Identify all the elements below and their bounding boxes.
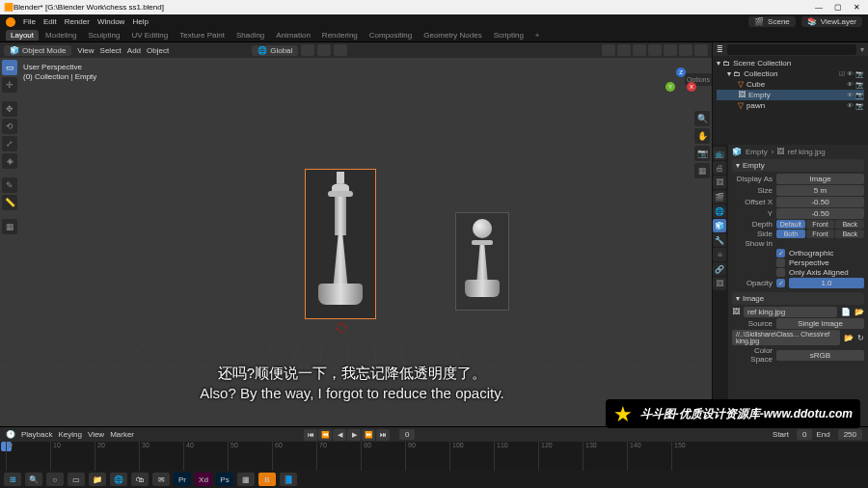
tool-measure[interactable]: 📏 <box>2 195 17 210</box>
menu-edit[interactable]: Edit <box>43 17 57 26</box>
current-frame[interactable]: 0 <box>399 429 415 440</box>
outliner-item-pawn[interactable]: ▽ pawn👁📷 <box>717 100 864 111</box>
vmenu-select[interactable]: Select <box>100 46 122 55</box>
offset-x-field[interactable]: -0.50 <box>776 197 864 207</box>
proportional-button[interactable] <box>334 44 347 56</box>
orientation-selector[interactable]: 🌐 Global <box>252 45 298 56</box>
panel-empty-header[interactable]: ▾ Empty <box>732 159 864 172</box>
timeline-track[interactable]: 0102030405060708090100110120130140150 <box>0 442 868 473</box>
keyframe-prev[interactable]: ⏪ <box>318 429 332 441</box>
maximize-button[interactable]: ▢ <box>834 3 842 12</box>
tmenu-marker[interactable]: Marker <box>110 430 134 439</box>
outliner-collection[interactable]: ▾ 🗀 Collection☑👁📷 <box>717 68 864 79</box>
tab-add[interactable]: + <box>530 30 545 41</box>
tool-rotate[interactable]: ⟲ <box>2 119 17 134</box>
depth-buttons[interactable]: DefaultFrontBack <box>776 220 864 229</box>
image-path-field[interactable]: //..\Skillshare\Class... Chess\ref king.… <box>732 330 840 345</box>
task-app4[interactable]: ▦ <box>237 473 255 486</box>
jump-start[interactable]: ⏮ <box>304 429 317 441</box>
tab-modeling[interactable]: Modeling <box>41 30 81 41</box>
mode-selector[interactable]: 🧊 Object Mode <box>4 45 71 56</box>
task-app2[interactable]: Xd <box>195 473 212 486</box>
tool-transform[interactable]: ◈ <box>2 153 17 169</box>
task-taskview[interactable]: ▭ <box>68 473 85 486</box>
jump-end[interactable]: ⏭ <box>376 429 390 441</box>
play-reverse[interactable]: ◀ <box>333 429 346 441</box>
task-app5[interactable]: 📘 <box>280 473 297 486</box>
xray-toggle[interactable] <box>633 44 646 56</box>
tab-layout[interactable]: Layout <box>6 30 39 41</box>
menu-help[interactable]: Help <box>132 17 148 26</box>
proptab-render[interactable]: 📺 <box>713 147 726 160</box>
proptab-modifier[interactable]: 🔧 <box>713 233 726 247</box>
axis-y-icon[interactable]: Y <box>665 82 675 92</box>
task-edge[interactable]: 🌐 <box>110 473 127 486</box>
proptab-data[interactable]: 🖼 <box>713 277 726 290</box>
side-buttons[interactable]: BothFrontBack <box>776 230 864 238</box>
proptab-object[interactable]: 🧊 <box>713 219 726 232</box>
proptab-output[interactable]: 🖨 <box>713 161 726 175</box>
showin-persp[interactable]: Perspective <box>776 258 864 267</box>
shading-matprev[interactable] <box>679 44 692 56</box>
filter-icon[interactable]: ▾ <box>860 45 864 54</box>
task-app3[interactable]: Ps <box>216 473 233 486</box>
vmenu-view[interactable]: View <box>77 46 94 55</box>
tab-geonodes[interactable]: Geometry Nodes <box>419 30 486 41</box>
pawn-object[interactable] <box>455 212 509 311</box>
vmenu-object[interactable]: Object <box>147 46 169 55</box>
timeline-icon[interactable]: 🕐 <box>6 430 15 439</box>
proptab-viewlayer[interactable]: 🖼 <box>713 176 726 189</box>
image-source-field[interactable]: Single Image <box>776 318 864 329</box>
opacity-field[interactable]: 1.0 <box>789 278 864 288</box>
outliner-item-cube[interactable]: ▽ Cube👁📷 <box>717 79 864 90</box>
task-mail[interactable]: ✉ <box>152 473 170 486</box>
opacity-checkbox[interactable]: ✓ <box>776 279 785 287</box>
viewlayer-selector[interactable]: 📚 ViewLayer <box>801 16 862 27</box>
nav-persp[interactable]: ▦ <box>694 163 710 178</box>
keyframe-next[interactable]: ⏩ <box>362 429 375 441</box>
tab-animation[interactable]: Animation <box>271 30 315 41</box>
scene-selector[interactable]: 🎬 Scene <box>748 16 796 27</box>
new-image-icon[interactable]: 📄 <box>841 308 851 316</box>
axis-z-icon[interactable]: Z <box>676 68 686 77</box>
tool-cursor[interactable]: ✛ <box>2 77 17 93</box>
tool-scale[interactable]: ⤢ <box>2 136 17 151</box>
task-explorer[interactable]: 📁 <box>89 473 106 486</box>
empty-image-king[interactable] <box>305 169 376 319</box>
axis-x-icon[interactable]: X <box>687 82 696 92</box>
menu-window[interactable]: Window <box>97 17 124 26</box>
menu-file[interactable]: File <box>23 17 36 26</box>
reload-icon[interactable]: ↻ <box>857 334 864 342</box>
snap-button[interactable] <box>317 44 331 56</box>
proptab-scene[interactable]: 🎬 <box>713 190 726 203</box>
overlay-toggle[interactable] <box>617 44 631 56</box>
size-field[interactable]: 5 m <box>776 185 864 196</box>
tab-shading[interactable]: Shading <box>231 30 269 41</box>
frame-start[interactable]: 0 <box>797 429 812 440</box>
tmenu-playback[interactable]: Playback <box>21 430 52 439</box>
open-image-icon[interactable]: 📂 <box>854 308 864 316</box>
start-button[interactable]: ⊞ <box>4 473 21 486</box>
3d-viewport[interactable]: User Perspective (0) Collection | Empty … <box>0 58 712 426</box>
pivot-button[interactable] <box>301 44 314 56</box>
folder-icon[interactable]: 📂 <box>844 334 854 342</box>
colorspace-field[interactable]: sRGB <box>776 350 864 361</box>
tab-scripting[interactable]: Scripting <box>489 30 529 41</box>
tool-move[interactable]: ✥ <box>2 101 17 117</box>
offset-y-field[interactable]: -0.50 <box>776 208 864 219</box>
outliner-search[interactable] <box>727 44 856 55</box>
proptab-world[interactable]: 🌐 <box>713 204 726 218</box>
vmenu-add[interactable]: Add <box>127 46 141 55</box>
shading-solid[interactable] <box>664 44 677 56</box>
image-name-field[interactable]: ref king.jpg <box>744 307 837 317</box>
tool-addcube[interactable]: ▦ <box>2 219 17 234</box>
showin-ortho[interactable]: ✓Orthographic <box>776 249 864 258</box>
shading-wire[interactable] <box>648 44 662 56</box>
proptab-physics[interactable]: ⚛ <box>713 248 726 261</box>
outliner-item-empty[interactable]: 🖼 Empty👁📷 <box>717 90 864 100</box>
gizmo-toggle[interactable] <box>602 44 615 56</box>
panel-image-header[interactable]: ▾ Image <box>732 292 864 305</box>
task-store[interactable]: 🛍 <box>131 473 149 486</box>
tab-rendering[interactable]: Rendering <box>317 30 363 41</box>
outliner-mode-icon[interactable]: ≣ <box>717 45 723 54</box>
